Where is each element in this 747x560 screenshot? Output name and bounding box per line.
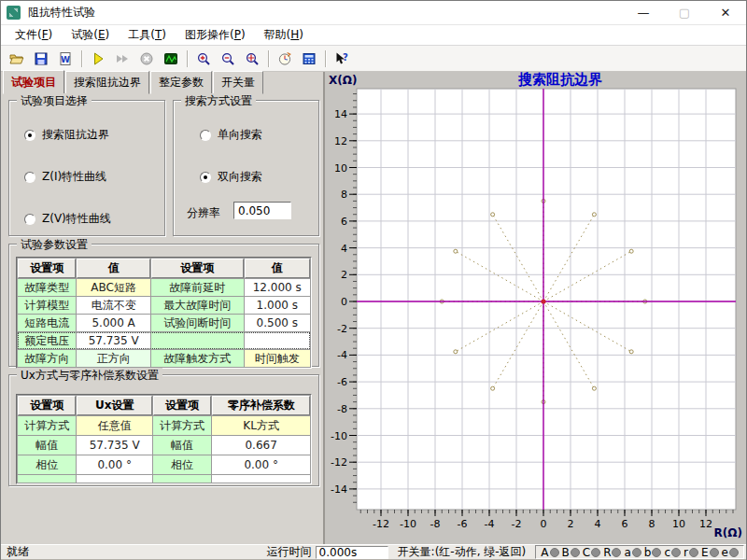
menu-item-4[interactable]: 帮助(H) [256, 25, 312, 45]
save-button[interactable] [29, 48, 53, 70]
radio-project-radios-0[interactable]: 搜索阻抗边界 [24, 127, 109, 143]
table-cell[interactable]: 相位 [18, 455, 76, 474]
table-cell[interactable] [245, 332, 310, 349]
table-cell[interactable]: 5.000 A [77, 315, 150, 331]
close-button[interactable]: ✕ [705, 1, 746, 24]
table-cell[interactable]: 额定电压 [18, 332, 76, 349]
group-test-params-title: 试验参数设置 [17, 237, 92, 253]
x-axis-label: R(Ω) [714, 526, 742, 539]
table-cell[interactable]: 57.735 V [77, 436, 152, 455]
svg-text:?: ? [343, 52, 348, 63]
waveform-button[interactable] [159, 48, 183, 70]
table-cell[interactable]: 1.000 s [245, 297, 310, 314]
export-word-button[interactable]: W [53, 48, 78, 70]
impedance-boundary-chart[interactable]: -14-12-10-8-6-4-202468101214-12-10-8-6-4… [325, 72, 746, 544]
ux-settings-table[interactable]: 设置项Ux设置设置项零序补偿系数计算方式任意值计算方式KL方式幅值57.735 … [16, 394, 312, 484]
table-cell[interactable] [151, 332, 244, 349]
fast-forward-button[interactable] [110, 48, 134, 70]
table-cell[interactable]: KL方式 [212, 416, 310, 435]
table-cell[interactable]: 0.00 ° [77, 455, 152, 474]
maximize-button[interactable]: ▢ [664, 1, 705, 24]
y-tick-label: -12 [331, 456, 347, 469]
timer-button[interactable] [273, 48, 297, 70]
radio-project-radios-2[interactable]: Z(V)特性曲线 [24, 211, 111, 227]
resolution-input[interactable] [233, 202, 291, 219]
table-cell[interactable]: 短路电流 [18, 315, 76, 331]
table-cell[interactable]: ABC短路 [77, 279, 150, 296]
impedance-chart-panel: -14-12-10-8-6-4-202468101214-12-10-8-6-4… [325, 72, 746, 544]
table-cell[interactable] [153, 475, 211, 483]
menu-item-0[interactable]: 文件(F) [7, 25, 61, 45]
led-label: a [624, 546, 630, 559]
table-cell[interactable] [212, 475, 310, 483]
table-cell[interactable]: 电流不变 [77, 297, 150, 314]
table-cell[interactable]: 正方向 [77, 350, 150, 367]
table-row: 计算方式任意值计算方式KL方式 [18, 416, 310, 435]
led-label: r [684, 546, 688, 559]
table-cell[interactable]: 故障触发方式 [151, 350, 244, 367]
switch-led-c: c [664, 546, 681, 559]
table-cell[interactable]: 0.500 s [245, 315, 310, 331]
radio-search-radios-0[interactable]: 单向搜索 [200, 127, 262, 143]
help-button[interactable]: ? [330, 48, 354, 70]
tab-1[interactable]: 搜索阻抗边界 [65, 71, 149, 94]
menu-item-1[interactable]: 试验(E) [63, 25, 118, 45]
table-cell[interactable]: 计算方式 [18, 416, 76, 435]
table-cell[interactable] [18, 475, 76, 483]
table-cell[interactable]: 试验间断时间 [151, 315, 244, 331]
table-cell[interactable]: 最大故障时间 [151, 297, 244, 314]
table-header: 值 [245, 259, 310, 278]
radio-project-radios-1[interactable]: Z(I)特性曲线 [24, 169, 106, 185]
zoom-reset-icon [245, 51, 260, 66]
group-project-select-title: 试验项目选择 [17, 93, 92, 109]
switch-led-E: E [701, 546, 719, 559]
table-cell[interactable]: 计算方式 [153, 416, 211, 435]
switch-led-panel: ABCRabcrEe [535, 545, 744, 559]
minimize-button[interactable]: — [623, 1, 664, 24]
x-tick-label: -4 [485, 518, 495, 530]
led-dot-icon [612, 548, 621, 557]
table-cell[interactable]: 故障类型 [18, 279, 76, 296]
led-label: c [664, 546, 670, 559]
open-button[interactable] [5, 48, 29, 70]
table-cell[interactable]: 0.667 [212, 436, 310, 455]
zoom-reset-button[interactable] [240, 48, 264, 70]
svg-text:W: W [61, 55, 70, 64]
calculator-button[interactable] [297, 48, 321, 70]
table-cell[interactable]: 幅值 [153, 436, 211, 455]
switch-led-A: A [541, 546, 558, 559]
menu-item-2[interactable]: 工具(T) [120, 25, 175, 45]
table-cell[interactable]: 计算模型 [18, 297, 76, 314]
radio-search-radios-1[interactable]: 双向搜索 [200, 169, 262, 185]
zoom-in-button[interactable] [191, 48, 216, 70]
zoom-out-icon [220, 51, 235, 66]
toolbar-separator [187, 50, 188, 67]
tab-0[interactable]: 试验项目 [3, 70, 64, 94]
table-row: 故障类型ABC短路故障前延时12.000 s [18, 279, 310, 296]
table-cell[interactable] [77, 475, 152, 483]
y-tick-label: 0 [341, 296, 347, 308]
radio-selected-icon [24, 130, 35, 141]
menu-item-3[interactable]: 图形操作(P) [176, 25, 254, 45]
switch-led-e: e [722, 546, 739, 559]
table-cell[interactable]: 幅值 [18, 436, 76, 455]
table-cell[interactable]: 任意值 [77, 416, 152, 435]
table-cell[interactable]: 故障方向 [18, 350, 76, 367]
table-cell[interactable]: 57.735 V [77, 332, 150, 349]
table-cell[interactable]: 故障前延时 [151, 279, 244, 296]
table-cell[interactable]: 相位 [153, 455, 211, 474]
save-icon [34, 51, 49, 66]
run-button[interactable] [86, 48, 110, 70]
table-cell[interactable]: 0.00 ° [212, 455, 310, 474]
test-params-table[interactable]: 设置项值设置项值故障类型ABC短路故障前延时12.000 s计算模型电流不变最大… [16, 257, 312, 369]
zoom-out-button[interactable] [216, 48, 240, 70]
tab-3[interactable]: 开关量 [213, 71, 263, 94]
tab-2[interactable]: 整定参数 [150, 71, 212, 94]
table-row: 短路电流5.000 A试验间断时间0.500 s [18, 315, 310, 331]
table-cell[interactable]: 12.000 s [245, 279, 310, 296]
led-dot-icon [710, 548, 719, 557]
table-cell[interactable]: 时间触发 [245, 350, 310, 367]
radio-label: 单向搜索 [218, 127, 262, 143]
led-label: e [722, 546, 728, 559]
stop-button[interactable] [134, 48, 159, 70]
